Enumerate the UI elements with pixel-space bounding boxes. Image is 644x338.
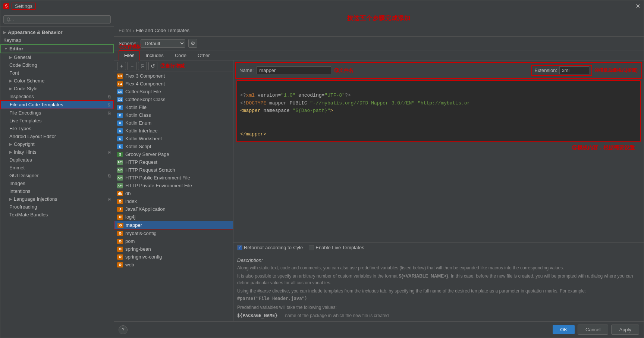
scheme-select[interactable]: Default	[141, 39, 185, 48]
file-item-kotlin-interface[interactable]: K Kotlin Interface	[114, 127, 233, 135]
reformat-checkbox[interactable]: ✓ Reformat according to style	[237, 245, 303, 250]
file-item-label: web	[125, 262, 134, 267]
title-bar: S Settings ✕	[0, 0, 644, 12]
sidebar-item-label: GUI Designer	[9, 173, 39, 178]
file-icon: K	[117, 136, 123, 141]
file-item-mybatis-config[interactable]: ⚙ mybatis-config	[114, 229, 233, 237]
file-item-pom[interactable]: ⚙ pom	[114, 237, 233, 245]
file-item-flex4[interactable]: F4 Flex 4 Component	[114, 80, 233, 88]
sidebar-item-intentions[interactable]: Intentions	[0, 187, 114, 195]
copy-icon: ⎘	[108, 111, 111, 115]
breadcrumb-parent: Editor	[119, 28, 131, 33]
sidebar-item-live-templates[interactable]: Live Templates	[0, 117, 114, 125]
file-icon: CS	[117, 89, 123, 94]
file-item-coffeescript-class[interactable]: CS CoffeeScript Class	[114, 96, 233, 103]
sidebar-item-android-layout[interactable]: Android Layout Editor	[0, 132, 114, 140]
file-item-http-private[interactable]: API HTTP Private Environment File	[114, 182, 233, 190]
app-icon: S	[3, 3, 9, 9]
sidebar-item-label: Keymap	[3, 37, 21, 43]
sidebar-item-appearance[interactable]: ▶ Appearance & Behavior	[0, 28, 114, 36]
file-item-kotlin-class[interactable]: K Kotlin Class	[114, 111, 233, 119]
tab-other[interactable]: Other	[192, 50, 216, 60]
file-item-springmvc[interactable]: ⚙ springmvc-config	[114, 253, 233, 261]
close-button[interactable]: ✕	[635, 3, 641, 9]
sidebar-item-proofreading[interactable]: Proofreading	[0, 203, 114, 211]
cancel-button[interactable]: Cancel	[578, 325, 608, 335]
description-panel: Description: Along with static text, cod…	[233, 255, 644, 321]
file-item-label: Kotlin File	[125, 104, 147, 110]
copy-icon: ⎘	[108, 150, 111, 154]
file-icon: K	[117, 113, 123, 118]
tab-code[interactable]: Code	[169, 50, 192, 60]
file-item-javafx[interactable]: J JavaFXApplication	[114, 205, 233, 213]
file-item-groovy[interactable]: G Groovy Server Page	[114, 150, 233, 158]
sidebar-item-label: TextMate Bundles	[9, 212, 48, 217]
sidebar-item-color-scheme[interactable]: ▶ Color Scheme	[0, 77, 114, 85]
sidebar-item-font[interactable]: Font	[0, 69, 114, 77]
sidebar-item-file-types[interactable]: File Types	[0, 125, 114, 132]
sidebar-item-duplicates[interactable]: Duplicates	[0, 156, 114, 164]
reset-template-button[interactable]: ↺	[148, 62, 157, 70]
file-item-kotlin-enum[interactable]: K Kotlin Enum	[114, 119, 233, 127]
search-input[interactable]	[3, 15, 111, 24]
desc-para-2: It is also possible to specify an arbitr…	[237, 273, 640, 286]
help-button[interactable]: ?	[119, 325, 128, 334]
code-editor[interactable]: <?xml version="1.0" encoding="UTF-8"?> <…	[236, 80, 641, 142]
sidebar-item-code-editing[interactable]: Code Editing	[0, 61, 114, 69]
tab-files[interactable]: Files	[119, 50, 140, 60]
file-item-kotlin-script[interactable]: K Kotlin Script	[114, 143, 233, 150]
sidebar-item-label: Code Editing	[9, 62, 37, 68]
sidebar-item-file-templates[interactable]: File and Code Templates ⎘	[0, 100, 114, 109]
sidebar-item-language-injections[interactable]: ▶ Language Injections ⎘	[0, 195, 114, 203]
tab-includes[interactable]: Includes	[140, 50, 169, 60]
sidebar-item-file-encodings[interactable]: File Encodings ⎘	[0, 109, 114, 117]
file-item-db[interactable]: db db	[114, 190, 233, 197]
sidebar-item-emmet[interactable]: Emmet	[0, 164, 114, 172]
apply-button[interactable]: Apply	[611, 325, 639, 335]
sidebar-item-general[interactable]: ▶ General	[0, 53, 114, 61]
file-item-label: HTTP Request Scratch	[125, 167, 175, 173]
file-icon: ⚙	[117, 254, 123, 260]
file-item-http-scratch[interactable]: API HTTP Request Scratch	[114, 166, 233, 174]
sidebar-item-editor[interactable]: ▼ Editor	[0, 44, 114, 53]
file-item-index[interactable]: ⚙ index	[114, 197, 233, 205]
sidebar-item-textmate[interactable]: TextMate Bundles	[0, 211, 114, 219]
file-item-spring-bean[interactable]: ⚙ spring-bean	[114, 245, 233, 253]
remove-template-button[interactable]: −	[128, 62, 136, 70]
sidebar-item-label: Live Templates	[9, 118, 41, 123]
sidebar-item-label: Inlay Hints	[14, 149, 37, 155]
file-item-mapper[interactable]: ⚙ mapper	[114, 221, 233, 229]
sidebar-item-copyright[interactable]: ▶ Copyright	[0, 140, 114, 148]
live-templates-checkbox[interactable]: Enable Live Templates	[309, 245, 364, 250]
file-icon: ⚙	[117, 199, 123, 204]
file-item-kotlin-worksheet[interactable]: K Kotlin Worksheet	[114, 135, 233, 143]
file-item-coffeescript-file[interactable]: CS CoffeeScript File	[114, 88, 233, 96]
ok-button[interactable]: OK	[553, 325, 575, 334]
sidebar-item-gui-designer[interactable]: GUI Designer ⎘	[0, 172, 114, 179]
file-item-flex3[interactable]: F3 Flex 3 Component	[114, 72, 233, 80]
file-item-http-request[interactable]: API HTTP Request	[114, 158, 233, 166]
file-item-label: pom	[125, 238, 135, 244]
sidebar-item-keymap[interactable]: Keymap	[0, 36, 114, 44]
file-item-web[interactable]: ⚙ web	[114, 261, 233, 269]
variable-name: ${PACKAGE_NAME}	[237, 312, 277, 319]
sidebar-item-images[interactable]: Images	[0, 179, 114, 187]
name-input[interactable]	[257, 66, 331, 74]
sidebar-item-inspections[interactable]: Inspections ⎘	[0, 93, 114, 100]
file-item-label: Groovy Server Page	[125, 151, 169, 157]
sidebar-item-label: File and Code Templates	[10, 102, 63, 107]
settings-dialog: S Settings ✕ ▶ Appearance & Behavior Key…	[0, 0, 644, 338]
sidebar-item-label: General	[14, 54, 31, 60]
sidebar-item-label: File Types	[9, 126, 31, 131]
add-template-button[interactable]: +	[117, 62, 126, 70]
file-item-kotlin-file[interactable]: K Kotlin File	[114, 103, 233, 111]
sidebar-item-label: Emmet	[9, 165, 25, 170]
sidebar-item-code-style[interactable]: ▶ Code Style	[0, 85, 114, 93]
file-item-http-public[interactable]: API HTTP Public Environment File	[114, 174, 233, 182]
gear-button[interactable]: ⚙	[188, 39, 197, 48]
sidebar-item-inlay-hints[interactable]: ▶ Inlay Hints ⎘	[0, 148, 114, 156]
extension-box: Extension:	[531, 65, 592, 76]
copy-template-button[interactable]: ⎘	[138, 62, 147, 70]
extension-input[interactable]	[559, 66, 589, 74]
file-item-log4j[interactable]: ⚙ log4j	[114, 213, 233, 221]
